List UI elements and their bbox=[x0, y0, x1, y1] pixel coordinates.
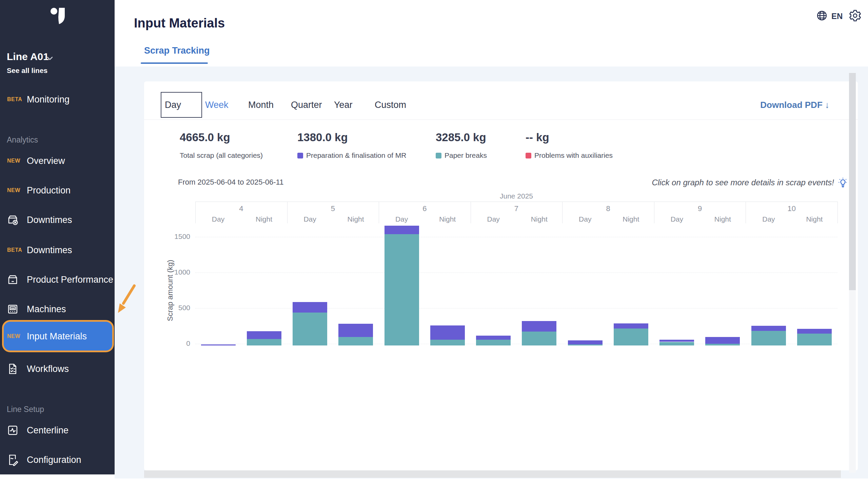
sidebar-item-label: Downtimes bbox=[27, 245, 72, 256]
badge-new: NEW bbox=[7, 158, 20, 164]
sidebar-item-label: Input Materials bbox=[27, 331, 87, 341]
language-selector[interactable]: EN bbox=[816, 10, 843, 23]
bar-5-day-preparation-finalisation-of-mr[interactable] bbox=[293, 302, 327, 313]
sidebar-item-input-materials[interactable]: NEWInput Materials bbox=[2, 320, 114, 352]
line-selector[interactable]: Line A01 bbox=[7, 51, 49, 62]
main-header bbox=[115, 0, 868, 67]
bar-7-day-paper-breaks[interactable] bbox=[476, 340, 511, 345]
horizontal-scrollbar[interactable] bbox=[144, 470, 841, 478]
badge-beta: BETA bbox=[7, 96, 22, 102]
gear-icon[interactable] bbox=[848, 9, 862, 22]
scrap-tracking-card: DayWeekMonthQuarterYearCustom Download P… bbox=[144, 81, 858, 470]
scrap-chart[interactable]: June 20254DayNight5DayNight6DayNight7Day… bbox=[144, 81, 858, 470]
gridline bbox=[195, 344, 837, 344]
axis-shift-label: Night bbox=[702, 215, 743, 223]
axis-shift-label: Day bbox=[290, 215, 330, 223]
bar-9-night-preparation-finalisation-of-mr[interactable] bbox=[705, 337, 740, 344]
annotation-arrow bbox=[114, 283, 138, 316]
sidebar-item-downtimes[interactable]: BETADowntimes bbox=[0, 241, 115, 260]
badge-new: NEW bbox=[7, 333, 20, 339]
axis-day-number: 4 bbox=[195, 204, 287, 213]
sidebar-item-downtimes[interactable]: Downtimes bbox=[0, 210, 115, 229]
sidebar-item-label: Product Performance bbox=[27, 275, 113, 285]
bar-9-day-paper-breaks[interactable] bbox=[659, 342, 694, 346]
sidebar-item-workflows[interactable]: Workflows bbox=[0, 359, 115, 378]
bar-4-night-preparation-finalisation-of-mr[interactable] bbox=[247, 331, 281, 339]
bar-4-day-preparation-finalisation-of-mr[interactable] bbox=[201, 344, 236, 345]
badge-new: NEW bbox=[7, 187, 20, 193]
bar-7-night-paper-breaks[interactable] bbox=[522, 332, 556, 345]
bar-10-night-paper-breaks[interactable] bbox=[797, 334, 832, 345]
axis-day-number: 5 bbox=[287, 204, 379, 213]
axis-day-number: 10 bbox=[746, 204, 837, 213]
centerline-icon bbox=[6, 424, 19, 437]
sidebar-item-label: Monitoring bbox=[27, 94, 70, 105]
gridline bbox=[195, 308, 837, 308]
axis-shift-label: Day bbox=[748, 215, 789, 223]
axis-day-number: 8 bbox=[562, 204, 654, 213]
axis-shift-label: Night bbox=[519, 215, 559, 223]
sidebar-item-configuration[interactable]: Configuration bbox=[0, 450, 115, 469]
sidebar-section-analytics: Analytics bbox=[7, 135, 38, 145]
axis-month-label: June 2025 bbox=[476, 192, 557, 200]
axis-shift-label: Day bbox=[656, 215, 697, 223]
bar-10-day-preparation-finalisation-of-mr[interactable] bbox=[751, 326, 786, 331]
box-cancel-icon bbox=[6, 214, 19, 226]
package-icon bbox=[6, 274, 19, 286]
bar-6-night-preparation-finalisation-of-mr[interactable] bbox=[430, 325, 465, 340]
sidebar-item-overview[interactable]: NEWOverview bbox=[0, 151, 115, 170]
sidebar-item-label: Centerline bbox=[27, 425, 68, 436]
bar-5-day-paper-breaks[interactable] bbox=[293, 313, 327, 345]
axis-shift-label: Day bbox=[565, 215, 606, 223]
badge-beta: BETA bbox=[7, 247, 22, 253]
bar-6-day-preparation-finalisation-of-mr[interactable] bbox=[384, 226, 419, 234]
axis-shift-label: Night bbox=[427, 215, 468, 223]
bar-8-day-preparation-finalisation-of-mr[interactable] bbox=[568, 340, 603, 344]
sidebar-item-centerline[interactable]: Centerline bbox=[0, 421, 115, 440]
sidebar-item-production[interactable]: NEWProduction bbox=[0, 181, 115, 200]
bar-10-night-preparation-finalisation-of-mr[interactable] bbox=[797, 329, 832, 334]
bar-10-day-paper-breaks[interactable] bbox=[751, 331, 786, 345]
tab-scrap-tracking[interactable]: Scrap Tracking bbox=[144, 45, 210, 56]
vertical-scrollbar-thumb[interactable] bbox=[849, 73, 856, 290]
axis-shift-label: Night bbox=[335, 215, 376, 223]
sidebar-item-label: Configuration bbox=[27, 455, 81, 465]
axis-shift-label: Night bbox=[794, 215, 835, 223]
bar-6-day-paper-breaks[interactable] bbox=[384, 234, 419, 345]
axis-shift-label: Day bbox=[473, 215, 514, 223]
bar-7-night-preparation-finalisation-of-mr[interactable] bbox=[522, 321, 556, 332]
workflow-icon bbox=[6, 363, 19, 375]
bar-5-night-preparation-finalisation-of-mr[interactable] bbox=[338, 324, 373, 337]
language-code: EN bbox=[831, 12, 843, 21]
sidebar-section-line-setup: Line Setup bbox=[7, 405, 44, 414]
bar-8-night-preparation-finalisation-of-mr[interactable] bbox=[614, 323, 648, 329]
sidebar-item-monitoring[interactable]: BETAMonitoring bbox=[0, 90, 115, 109]
bar-9-day-preparation-finalisation-of-mr[interactable] bbox=[659, 340, 694, 342]
axis-day-number: 7 bbox=[471, 204, 563, 213]
bar-9-night-paper-breaks[interactable] bbox=[705, 344, 740, 345]
sidebar: Line A01 See all lines BETAMonitoringAna… bbox=[0, 0, 115, 474]
bar-8-night-paper-breaks[interactable] bbox=[614, 329, 648, 345]
bar-6-night-paper-breaks[interactable] bbox=[430, 340, 465, 345]
y-axis-title: Scrap amount (kg) bbox=[166, 234, 175, 346]
gridline bbox=[195, 273, 837, 273]
brand-logo-icon bbox=[49, 7, 66, 25]
bar-5-night-paper-breaks[interactable] bbox=[338, 337, 373, 345]
axis-shift-label: Night bbox=[611, 215, 651, 223]
sidebar-item-label: Overview bbox=[27, 156, 65, 166]
page-title: Input Materials bbox=[134, 16, 225, 31]
sidebar-item-product-performance[interactable]: Product Performance bbox=[0, 270, 115, 289]
see-all-lines-link[interactable]: See all lines bbox=[7, 67, 47, 75]
bar-4-night-paper-breaks[interactable] bbox=[247, 339, 281, 345]
sidebar-item-machines[interactable]: Machines bbox=[0, 300, 115, 319]
axis-shift-label: Day bbox=[198, 215, 239, 223]
axis-day-number: 9 bbox=[654, 204, 746, 213]
axis-separator bbox=[837, 202, 838, 223]
axis-top-line bbox=[195, 202, 837, 202]
axis-shift-label: Day bbox=[381, 215, 422, 223]
configuration-icon bbox=[6, 454, 19, 466]
bar-8-day-paper-breaks[interactable] bbox=[568, 344, 603, 345]
bar-7-day-preparation-finalisation-of-mr[interactable] bbox=[476, 336, 511, 340]
chevron-down-icon[interactable] bbox=[45, 54, 55, 63]
app-root: Line A01 See all lines BETAMonitoringAna… bbox=[0, 0, 868, 488]
